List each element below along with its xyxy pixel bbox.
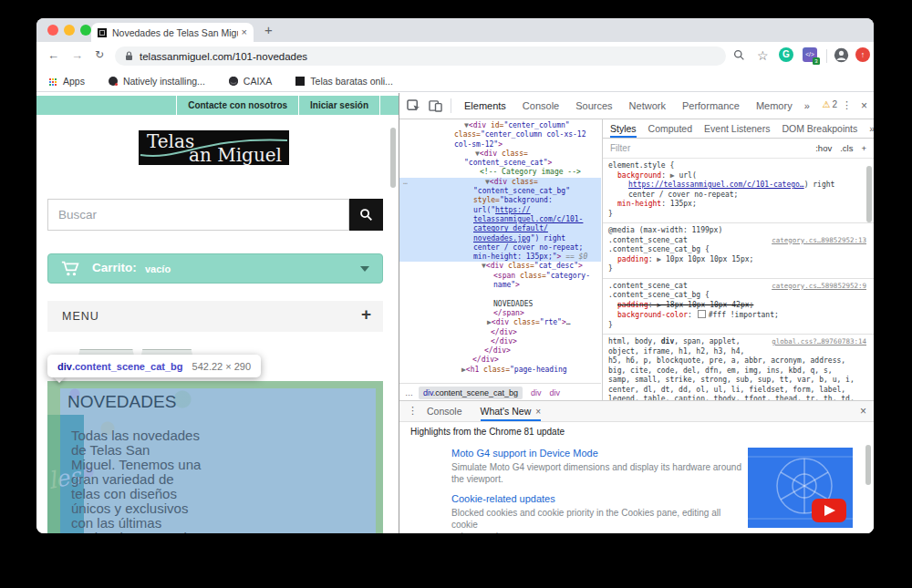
grammarly-extension-icon[interactable]: G — [779, 47, 793, 62]
dom-tree-line[interactable]: </div> — [399, 356, 601, 365]
subtab-dom-breakpoints[interactable]: DOM Breakpoints — [782, 123, 857, 138]
css-rule-line[interactable]: } — [608, 321, 868, 331]
tab-performance[interactable]: Performance — [682, 100, 740, 111]
topbar-link[interactable]: Contacte con nosotros — [176, 96, 298, 115]
breadcrumb-selected[interactable]: div.content_scene_cat_bg — [419, 387, 523, 399]
stylesheet-source-link[interactable]: global.css?…89760783:14 — [772, 337, 866, 347]
filter-input[interactable]: Filter — [610, 143, 630, 153]
menu-accordion[interactable]: MENU + — [47, 301, 383, 332]
tab-console[interactable]: Console — [427, 406, 462, 421]
bookmark-item[interactable]: CAIXA — [229, 76, 273, 87]
css-rule-line[interactable]: } — [608, 210, 868, 220]
css-rule-line[interactable]: center / cover no-repeat; — [608, 191, 868, 201]
tab-elements[interactable]: Elements — [464, 100, 506, 111]
dom-tree-line[interactable]: "content_scene_cat_bg" — [399, 187, 601, 196]
address-bar[interactable]: telassanmiguel.com/101-novedades — [115, 46, 726, 66]
back-icon[interactable]: ← — [47, 49, 59, 61]
dom-tree-line[interactable]: ▼<div class= — [399, 150, 601, 159]
dom-tree-line[interactable]: </div> — [399, 337, 601, 346]
drawer-tab-close-icon[interactable]: × — [535, 407, 541, 417]
dom-tree-line[interactable]: </div> — [399, 346, 601, 356]
css-rule-line[interactable]: center, dl, dt, dd, ol, ul, li, fieldset… — [608, 386, 868, 396]
pseudo-state-toggle[interactable]: :hov — [815, 143, 832, 153]
styles-scrollbar[interactable] — [866, 166, 872, 222]
breadcrumb-item[interactable]: div — [549, 388, 560, 397]
tab-console[interactable]: Console — [523, 100, 559, 111]
subtab-computed[interactable]: Computed — [648, 123, 692, 138]
css-rule-line[interactable]: @media (max-width: 1199px) — [608, 226, 868, 236]
inspect-element-icon[interactable] — [407, 99, 420, 116]
css-rule-line[interactable]: background-color: #fff !important; — [608, 310, 868, 321]
devtools-close-icon[interactable]: × — [861, 99, 867, 112]
dom-tree-line[interactable]: telassanmiguel.com/c/101- — [399, 215, 601, 224]
css-rule-line[interactable]: big, cite, code, del, dfn, em, img, ins,… — [608, 366, 868, 377]
breadcrumb-overflow[interactable]: … — [405, 388, 413, 397]
dom-tree-line[interactable]: category_default/ — [399, 224, 601, 233]
dom-tree-line[interactable]: ▼<div id="center_column" — [399, 121, 601, 130]
css-rule-line[interactable]: https://telassanmiguel.com/c/101-catego…… — [608, 181, 868, 191]
css-rule-line[interactable]: padding: ▶ 10px 10px 10px 15px; — [608, 255, 868, 265]
whats-new-thumbnail[interactable] — [748, 448, 853, 528]
css-rule-line[interactable]: .content_scene_cat_bg { — [608, 291, 868, 301]
dom-tree-line[interactable]: <!-- Category image --> — [399, 168, 601, 177]
css-rule-line[interactable]: .content_scene_cat_bg { — [608, 245, 868, 255]
cart-dropdown[interactable]: Carrito: vacío — [47, 253, 383, 284]
css-rule-line[interactable]: element.style { — [608, 161, 868, 171]
css-rule-line[interactable]: } — [608, 264, 868, 274]
dom-tree-line[interactable]: col-sm-12"> — [399, 140, 601, 150]
class-toggle[interactable]: .cls — [840, 143, 853, 153]
dom-tree-line[interactable]: ▶<h1 class="page-heading — [399, 366, 601, 375]
css-rule-line[interactable]: object, iframe, h1, h2, h3, h4, — [608, 347, 868, 357]
tab-close-icon[interactable]: × — [242, 27, 247, 37]
css-rule-line[interactable]: h5, h6, p, blockquote, pre, a, abbr, acr… — [608, 356, 868, 366]
subtab-event-listeners[interactable]: Event Listeners — [704, 123, 770, 138]
css-rule-line[interactable]: .content_scene_catcategory.cs…89852952:1… — [608, 236, 868, 246]
stylesheet-source-link[interactable]: category.cs…589852952:9 — [772, 282, 866, 292]
search-icon[interactable] — [733, 49, 745, 64]
breadcrumb-item[interactable]: div — [531, 388, 542, 397]
search-submit-button[interactable] — [349, 199, 383, 231]
more-tabs-icon[interactable]: » — [804, 100, 810, 111]
dom-tree-line[interactable]: min-height: 135px;"> == $0 — [399, 253, 601, 262]
new-rule-button[interactable]: + — [861, 143, 866, 153]
stylesheet-source-link[interactable]: category.cs…89852952:13 — [772, 236, 866, 246]
subtab-styles[interactable]: Styles — [610, 123, 637, 138]
tab-sources[interactable]: Sources — [575, 100, 612, 111]
new-tab-button[interactable]: + — [264, 22, 273, 37]
bookmark-star-icon[interactable]: ☆ — [757, 49, 769, 62]
tab-whats-new[interactable]: What's New× — [481, 406, 542, 421]
device-toolbar-icon[interactable] — [429, 99, 442, 116]
dom-tree-line[interactable]: style="background: — [399, 196, 601, 205]
whatsnew-link[interactable]: Moto G4 support in Device Mode — [451, 448, 749, 459]
drawer-scrollbar[interactable] — [865, 445, 871, 485]
red-extension-icon[interactable]: ↑ — [855, 47, 870, 62]
code-extension-icon[interactable]: </>3 — [803, 47, 817, 62]
bookmark-item[interactable]: Telas baratas onli... — [295, 76, 392, 87]
dom-tree-line[interactable]: </div> — [399, 328, 601, 337]
dom-tree-line[interactable]: </span> — [399, 309, 601, 318]
dom-tree-line[interactable]: center / cover no-repeat; — [399, 243, 601, 253]
search-input[interactable]: Buscar — [47, 199, 349, 231]
browser-tab[interactable]: Novedades de Telas San Migue × — [91, 23, 254, 42]
css-rule-line[interactable]: min-height: 135px; — [608, 200, 868, 210]
profile-avatar[interactable] — [834, 47, 849, 66]
css-rule-line[interactable]: .content_scene_catcategory.cs…589852952:… — [608, 282, 868, 292]
dom-tree-line[interactable]: <span class="category- — [399, 272, 601, 281]
forward-icon[interactable]: → — [71, 49, 83, 61]
drawer-menu-icon[interactable]: ⋮ — [408, 405, 418, 417]
topbar-link[interactable]: Iniciar sesión — [298, 96, 380, 115]
page-scrollbar[interactable] — [390, 128, 396, 188]
bookmark-item[interactable]: Natively installing... — [109, 76, 205, 87]
dom-tree-line[interactable]: name"> — [399, 281, 601, 290]
dom-tree-line[interactable]: novedades.jpg") right — [399, 234, 601, 243]
more-subtabs-icon[interactable]: » — [869, 123, 874, 138]
maximize-window-button[interactable] — [80, 25, 91, 36]
drawer-close-icon[interactable]: × — [860, 405, 866, 418]
reload-icon[interactable]: ↻ — [95, 49, 104, 60]
whatsnew-link[interactable]: Cookie-related updates — [451, 493, 749, 504]
devtools-menu-icon[interactable]: ⋮ — [842, 99, 852, 111]
dom-tree-line[interactable]: ▼<div class=… — [399, 178, 601, 187]
close-window-button[interactable] — [47, 25, 58, 36]
dom-tree-line[interactable]: class="center_column col-xs-12 — [399, 130, 601, 139]
dom-tree-line[interactable]: "content_scene_cat"> — [399, 159, 601, 168]
